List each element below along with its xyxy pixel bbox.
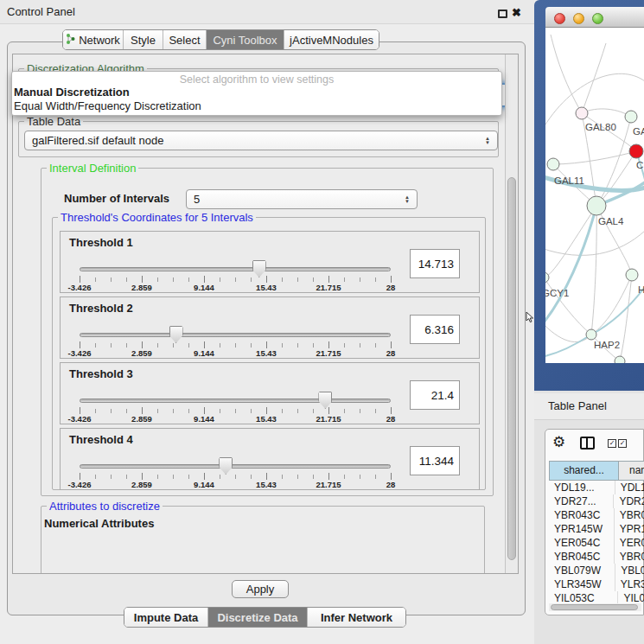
- tab-network[interactable]: Network: [63, 30, 124, 49]
- threshold-value-input[interactable]: [410, 446, 460, 475]
- table-data-group-title: Table Data: [24, 115, 83, 128]
- checkbox-icon[interactable]: ✓: [608, 439, 616, 448]
- table-row[interactable]: YBL079WYBL0: [549, 564, 644, 577]
- column-header-name[interactable]: name: [619, 461, 644, 481]
- checkbox-icon[interactable]: ✓: [618, 439, 627, 448]
- close-icon[interactable]: ✖: [512, 6, 521, 19]
- tick-label: 9.144: [194, 480, 214, 489]
- tick-label: 28: [386, 480, 396, 489]
- tick-label: -3.426: [68, 480, 92, 489]
- slider-track[interactable]: [80, 333, 391, 337]
- tick-label: 15.43: [256, 414, 277, 424]
- zoom-window-icon[interactable]: [592, 13, 603, 24]
- slider-tick-labels: -3.4262.8599.14415.4321.71528: [80, 414, 391, 424]
- network-node[interactable]: [629, 144, 643, 158]
- table-row[interactable]: YDR27...YDR2: [549, 494, 644, 508]
- scrollbar-thumb[interactable]: [507, 177, 516, 560]
- algorithm-hint: Select algorithm to view settings: [12, 72, 501, 86]
- slider-thumb[interactable]: [318, 392, 332, 409]
- table-row[interactable]: YER054CYER0: [549, 536, 644, 550]
- threshold-slider[interactable]: -3.4262.8599.14415.4321.71528: [61, 297, 424, 360]
- number-of-intervals-combo[interactable]: 5 ▲▼: [186, 189, 418, 209]
- number-of-intervals-label: Number of Intervals: [64, 192, 169, 205]
- table-data-combo[interactable]: galFiltered.sif default node ▲▼: [24, 131, 498, 150]
- tab-discretize-data[interactable]: Discretize Data: [208, 608, 308, 627]
- slider-thumb[interactable]: [169, 326, 183, 343]
- algorithm-dropdown-popup: Select algorithm to view settings Manual…: [11, 71, 502, 116]
- attributes-group: Attributes to discretize Numerical Attri…: [41, 506, 485, 574]
- tab-label: jActiveMNodules: [290, 34, 373, 47]
- slider-track[interactable]: [80, 464, 391, 469]
- tab-style[interactable]: Style: [124, 30, 163, 49]
- minimize-window-icon[interactable]: [573, 13, 584, 24]
- tick-label: -3.426: [68, 348, 92, 358]
- network-node[interactable]: [576, 107, 588, 119]
- tick-label: 2.859: [131, 414, 152, 424]
- network-node[interactable]: [547, 158, 559, 170]
- dropdown-option-manual[interactable]: Manual Discretization: [12, 86, 501, 99]
- network-node[interactable]: [626, 269, 638, 281]
- threshold-value-input[interactable]: [410, 249, 460, 278]
- network-node-label: GAL11: [554, 175, 584, 186]
- network-node-label: H: [638, 284, 644, 295]
- cyni-bottom-tabs: Impute Data Discretize Data Infer Networ…: [124, 607, 406, 628]
- settings-vertical-scrollbar[interactable]: [505, 54, 518, 573]
- network-node[interactable]: [545, 272, 549, 283]
- table-row[interactable]: YDL19...YDL1: [549, 481, 644, 494]
- attributes-group-title: Attributes to discretize: [47, 500, 163, 513]
- network-node[interactable]: [615, 356, 625, 363]
- column-header-shared-name[interactable]: shared...: [549, 461, 619, 481]
- network-node[interactable]: [625, 111, 637, 123]
- settings-scroll-area: Discretization Algorithm Table Data galF…: [12, 54, 519, 574]
- tick-label: 15.43: [256, 480, 277, 489]
- thresholds-group: Threshold's Coordinates for 5 Intervals …: [52, 217, 486, 490]
- slider-track[interactable]: [80, 267, 391, 271]
- tick-label: 28: [386, 348, 396, 358]
- threshold-value-input[interactable]: [410, 380, 460, 410]
- table-row[interactable]: YIL053CYIL0: [549, 591, 644, 603]
- tick-label: 9.144: [194, 414, 214, 424]
- table-horizontal-scrollbar[interactable]: [549, 603, 641, 611]
- threshold-slider[interactable]: -3.4262.8599.14415.4321.71528: [61, 232, 424, 294]
- tick-label: 28: [386, 283, 396, 292]
- tick-label: -3.426: [68, 414, 92, 424]
- dropdown-option-equal-width[interactable]: Equal Width/Frequency Discretization: [12, 99, 501, 113]
- network-view-canvas[interactable]: GAL80GACGAL11GAL4GCY1HHAP2: [545, 28, 644, 363]
- tick-label: 2.859: [131, 283, 152, 292]
- network-node[interactable]: [586, 329, 596, 340]
- float-window-icon[interactable]: [498, 10, 507, 18]
- tick-label: 2.859: [131, 348, 152, 358]
- slider-ticks: [80, 276, 392, 283]
- tick-label: 21.715: [316, 283, 341, 292]
- network-node[interactable]: [587, 196, 606, 215]
- close-window-icon[interactable]: [554, 13, 565, 24]
- slider-track[interactable]: [80, 399, 391, 403]
- tab-cyni-toolbox[interactable]: Cyni Toolbox: [207, 30, 284, 49]
- table-row[interactable]: YLR345WYLR3: [549, 577, 644, 591]
- interval-definition-title: Interval Definition: [47, 162, 138, 175]
- scrollbar-thumb[interactable]: [551, 604, 638, 610]
- tick-label: 15.43: [256, 348, 277, 358]
- network-icon: [66, 34, 75, 47]
- table-row[interactable]: YBR043CYBR0: [549, 508, 644, 522]
- control-panel-tabs: Network Style Select Cyni Toolbox jActiv…: [62, 29, 379, 50]
- tab-select[interactable]: Select: [163, 30, 207, 49]
- network-node-label: GAL4: [598, 216, 624, 226]
- gear-icon[interactable]: ⚙: [552, 433, 565, 451]
- network-node-label: GA: [633, 126, 644, 137]
- apply-button[interactable]: Apply: [232, 580, 289, 598]
- column-layout-icon[interactable]: [580, 437, 595, 450]
- slider-ticks: [80, 341, 392, 348]
- tab-jactivemnodules[interactable]: jActiveMNodules: [284, 30, 379, 49]
- table-row[interactable]: YBR045CYBR0: [549, 550, 644, 564]
- threshold-slider[interactable]: -3.4262.8599.14415.4321.71528: [61, 363, 424, 425]
- tab-impute-data[interactable]: Impute Data: [124, 608, 208, 627]
- slider-thumb[interactable]: [219, 457, 233, 475]
- slider-ticks: [80, 473, 392, 480]
- slider-thumb[interactable]: [252, 260, 266, 277]
- table-row[interactable]: YPR145WYPR1: [549, 522, 644, 536]
- threshold-value-input[interactable]: [410, 315, 460, 344]
- control-panel-title: Control Panel: [7, 5, 75, 18]
- tab-infer-network[interactable]: Infer Network: [308, 608, 405, 627]
- threshold-slider[interactable]: -3.4262.8599.14415.4321.71528: [61, 429, 424, 491]
